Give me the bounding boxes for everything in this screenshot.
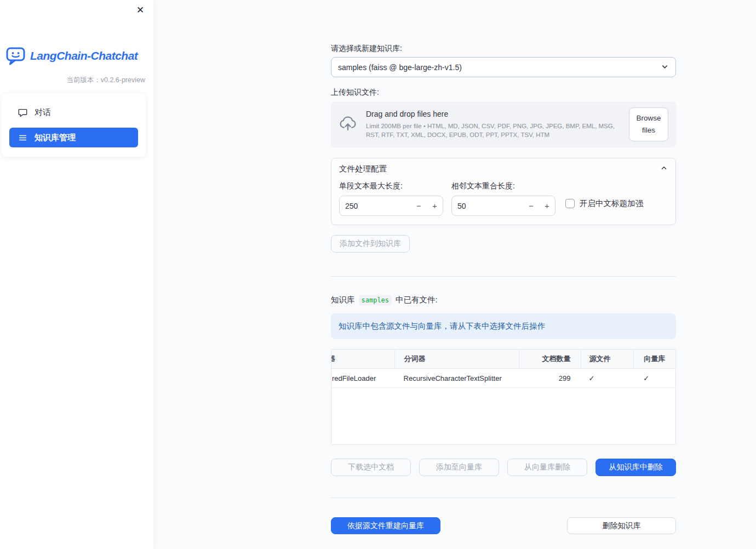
logo: LangChain-Chatchat — [6, 47, 138, 65]
increment-button[interactable]: + — [427, 201, 443, 210]
zh-title-checkbox-label: 开启中文标题加强 — [580, 198, 643, 209]
download-selected-button[interactable]: 下载选中文档 — [331, 459, 411, 476]
main-content: 请选择或新建知识库: samples (faiss @ bge-large-zh… — [331, 0, 676, 534]
chevron-down-icon — [661, 62, 669, 72]
zh-title-checkbox[interactable] — [565, 199, 575, 208]
kb-select-label: 请选择或新建知识库: — [331, 44, 676, 54]
cell-doc-count: 299 — [519, 369, 581, 387]
sidebar-item-knowledge-base[interactable]: 知识库管理 — [9, 128, 138, 147]
cell-loader: redFileLoader — [331, 369, 394, 387]
decrement-button[interactable]: − — [523, 201, 539, 210]
sidebar-close-button[interactable]: ✕ — [134, 4, 147, 17]
column-header-vector-store: 向量库 — [633, 350, 675, 368]
table-header-row: 器 分词器 文档数量 源文件 向量库 — [331, 350, 675, 369]
expander-body: 单段文本最大长度: 250 − + 相邻文本重合长度: 50 − + 开启中文标… — [331, 179, 675, 225]
rebuild-vector-store-button[interactable]: 依据源文件重建向量库 — [331, 517, 440, 534]
sidebar-menu: 对话 知识库管理 — [2, 93, 146, 157]
chat-icon — [18, 108, 27, 117]
kb-files-prefix: 知识库 — [331, 295, 355, 305]
expander-title: 文件处理配置 — [339, 164, 387, 174]
info-banner: 知识库中包含源文件与向量库，请从下表中选择文件后操作 — [331, 313, 676, 339]
kb-selectbox[interactable]: samples (faiss @ bge-large-zh-v1.5) — [331, 57, 676, 77]
sidebar: ✕ LangChain-Chatchat 当前版本：v0.2.6-preview… — [0, 0, 153, 549]
kb-selected-value: samples (faiss @ bge-large-zh-v1.5) — [338, 63, 462, 72]
info-text: 知识库中包含源文件与向量库，请从下表中选择文件后操作 — [339, 321, 545, 331]
overlap-size-input[interactable]: 50 − + — [451, 196, 555, 216]
list-icon — [18, 133, 27, 142]
dropzone-text: Drag and drop files here Limit 200MB per… — [366, 110, 620, 139]
version-text: 当前版本：v0.2.6-preview — [66, 76, 145, 85]
cell-splitter: RecursiveCharacterTextSplitter — [394, 369, 519, 387]
file-dropzone[interactable]: Drag and drop files here Limit 200MB per… — [331, 101, 676, 147]
column-header-doc-count: 文档数量 — [519, 350, 581, 368]
kb-files-table: 器 分词器 文档数量 源文件 向量库 redFileLoader Recursi… — [331, 349, 676, 445]
kb-files-heading: 知识库 samples 中已有文件: — [331, 295, 676, 305]
chevron-up-icon — [660, 164, 668, 174]
table-empty-area — [331, 388, 675, 444]
drag-drop-text: Drag and drop files here — [366, 110, 620, 118]
decrement-button[interactable]: − — [411, 201, 427, 210]
table-row[interactable]: redFileLoader RecursiveCharacterTextSpli… — [331, 369, 675, 388]
kb-actions-row: 依据源文件重建向量库 删除知识库 — [331, 517, 676, 534]
divider — [331, 276, 676, 277]
sidebar-item-chat[interactable]: 对话 — [9, 102, 138, 122]
upload-label: 上传知识文件: — [331, 88, 676, 98]
chunk-size-label: 单段文本最大长度: — [339, 181, 443, 191]
delete-kb-button[interactable]: 删除知识库 — [567, 517, 676, 534]
column-header-splitter: 分词器 — [394, 350, 519, 368]
cell-vector-store-check: ✓ — [633, 369, 675, 387]
chat-bubble-logo-icon — [6, 47, 26, 65]
delete-from-kb-button[interactable]: 从知识库中删除 — [595, 459, 676, 476]
cloud-upload-icon — [339, 114, 357, 135]
overlap-size-value[interactable]: 50 — [452, 202, 523, 210]
column-header-loader: 器 — [331, 350, 394, 368]
expander-header[interactable]: 文件处理配置 — [331, 158, 675, 179]
sidebar-item-label: 对话 — [35, 107, 51, 118]
column-header-source-file: 源文件 — [581, 350, 634, 368]
browse-files-button[interactable]: Browse files — [629, 107, 668, 142]
overlap-size-label: 相邻文本重合长度: — [451, 181, 555, 191]
increment-button[interactable]: + — [539, 201, 555, 210]
sidebar-item-label: 知识库管理 — [35, 133, 76, 143]
divider — [331, 497, 676, 498]
kb-files-suffix: 中已有文件: — [396, 295, 438, 305]
zh-title-checkbox-row: 开启中文标题加强 — [565, 198, 643, 209]
file-actions-row: 下载选中文档 添加至向量库 从向量库删除 从知识库中删除 — [331, 459, 676, 476]
delete-from-vector-store-button[interactable]: 从向量库删除 — [507, 459, 587, 476]
logo-text: LangChain-Chatchat — [30, 49, 138, 62]
chunk-size-input[interactable]: 250 − + — [339, 196, 443, 216]
add-to-vector-store-button[interactable]: 添加至向量库 — [419, 459, 499, 476]
kb-name-code: samples — [359, 295, 392, 305]
cell-source-file-check: ✓ — [581, 369, 634, 387]
chunk-size-value[interactable]: 250 — [340, 202, 411, 210]
add-files-to-kb-button[interactable]: 添加文件到知识库 — [331, 235, 410, 253]
upload-limit-text: Limit 200MB per file • HTML, MD, JSON, C… — [366, 122, 620, 139]
file-config-expander: 文件处理配置 单段文本最大长度: 250 − + 相邻文本重合长度: 50 — [331, 158, 676, 225]
